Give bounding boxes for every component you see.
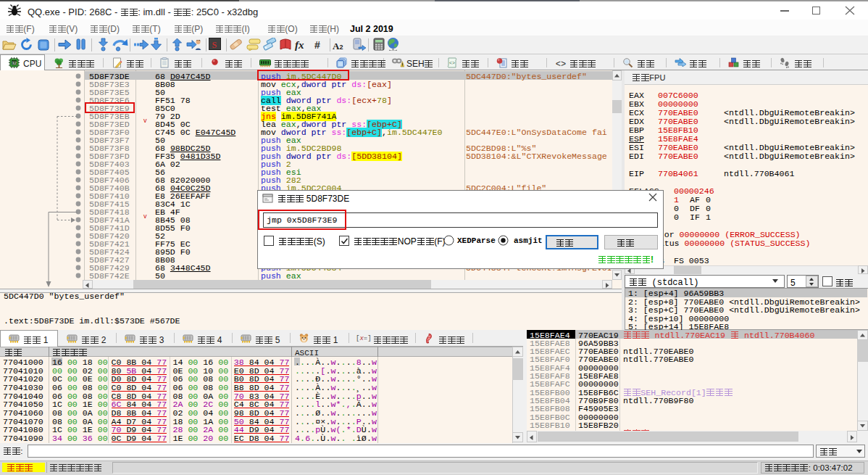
svg-text:32: 32: [12, 61, 17, 65]
svg-text:<>: <>: [556, 59, 566, 68]
svg-text:<>: <>: [449, 61, 455, 66]
